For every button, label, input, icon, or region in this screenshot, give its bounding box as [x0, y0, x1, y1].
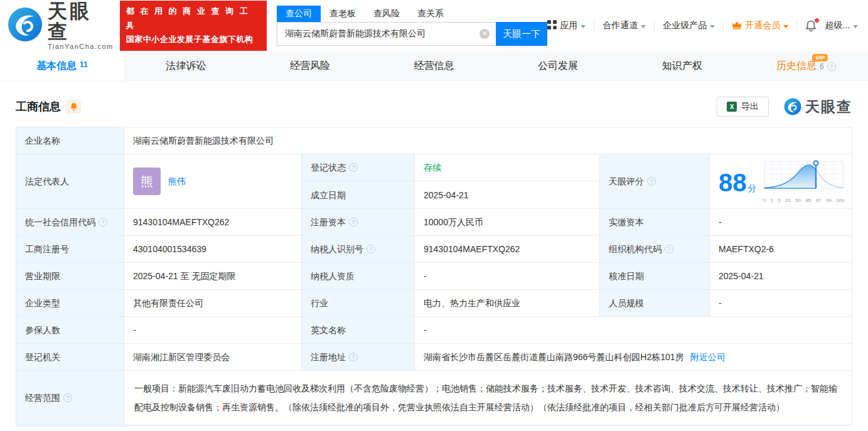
company-name-value: 湖南云储斯蔚普新能源技术有限公司 [124, 127, 852, 154]
org-code-label-text: 组织机构代码 [609, 243, 662, 255]
org-code-label: 组织机构代码 [600, 236, 710, 263]
chevron-down-icon [581, 25, 586, 28]
help-icon[interactable] [63, 393, 72, 402]
nav-apps[interactable]: 应用 [547, 20, 586, 31]
help-icon[interactable] [665, 245, 673, 253]
tab-legal-proceedings[interactable]: 法律诉讼 [124, 51, 249, 81]
search-tab-company[interactable]: 查公司 [277, 6, 321, 22]
subscribe-bell-chip[interactable] [66, 99, 81, 114]
watermark-logo: 天眼查 [784, 97, 852, 117]
tab-business-label: 经营信息 [414, 60, 454, 73]
nearby-companies-link[interactable]: 附近公司 [690, 351, 726, 363]
search-tab-relation[interactable]: 查关系 [409, 6, 453, 22]
nav-enterprise-products[interactable]: 企业级产品 [663, 20, 715, 31]
table-row: 参保人数 - 英文名称 - [16, 317, 852, 344]
taxpayer-id-label-text: 纳税人识别号 [311, 243, 363, 255]
reg-status-label-text: 登记状态 [311, 161, 346, 174]
search-input[interactable] [277, 22, 496, 46]
chevron-down-icon [641, 25, 646, 28]
notification-bell[interactable] [805, 20, 817, 32]
tab-basic-info-label: 基本信息 [36, 60, 77, 73]
nav-super-vip[interactable]: 超级... [825, 20, 858, 31]
nav-separator [594, 21, 594, 31]
table-row: 统一社会信用代码 91430104MAEFTXQ262 注册资本 10000万人… [16, 209, 852, 236]
reg-number-label: 工商注册号 [16, 236, 124, 263]
nav-membership-label: 开通会员 [745, 20, 780, 31]
tab-history-info[interactable]: VIP 历史信息 6 [744, 51, 868, 81]
tab-ip-label: 知识产权 [662, 60, 702, 73]
help-icon[interactable] [99, 218, 107, 226]
table-row: 法定代表人 熊 熊伟 登记状态 存续 成立日期 2025-04-21 天眼评分 … [16, 154, 852, 209]
chevron-down-icon [710, 25, 715, 28]
export-label: 导出 [741, 101, 759, 112]
nav-separator [723, 21, 724, 31]
business-registration-table: 企业名称 湖南云储斯蔚普新能源技术有限公司 法定代表人 熊 熊伟 登记状态 存续… [16, 127, 852, 426]
help-icon[interactable] [367, 245, 375, 253]
tab-company-development[interactable]: 公司发展 [496, 51, 620, 81]
top-nav: 应用 合作通道 企业级产品 开通会员 超级... [547, 20, 858, 32]
export-button[interactable]: X 导出 [717, 97, 769, 117]
top-header: 天眼查 TianYanCha.com 都 在 用 的 商 业 查 询 工 具 国… [0, 0, 868, 51]
staff-size-value: - [710, 290, 852, 317]
tab-business-info[interactable]: 经营信息 [372, 51, 496, 81]
reg-status-value: 存续 [415, 154, 599, 181]
business-scope-label-text: 经营范围 [25, 391, 60, 404]
english-name-label: 英文名称 [302, 317, 415, 344]
score-number: 88 [719, 169, 747, 196]
axis-tick: 100 [836, 194, 844, 207]
score-cell: 88分 [710, 154, 852, 209]
help-icon[interactable] [349, 353, 358, 361]
industry-label: 行业 [302, 290, 415, 317]
nav-partner-channel[interactable]: 合作通道 [603, 20, 646, 31]
nav-separator [654, 21, 655, 31]
tab-legal-label: 法律诉讼 [166, 60, 206, 73]
tianyancha-logo-icon [8, 7, 43, 45]
reg-authority-label: 登记机关 [16, 344, 124, 371]
slogan-line2: 国家中小企业发展子基金旗下机构 [126, 33, 260, 47]
search-tab-risk[interactable]: 查风险 [365, 6, 409, 22]
reg-address-label-text: 注册地址 [311, 351, 346, 363]
tianyancha-logo[interactable]: 天眼查 TianYanCha.com [8, 1, 114, 50]
axis-tick: 1 [770, 194, 773, 207]
credit-code-value: 91430104MAEFTXQ262 [124, 209, 302, 236]
watermark-logo-text: 天眼查 [805, 97, 852, 117]
help-icon[interactable] [647, 177, 656, 186]
nav-partner-label: 合作通道 [603, 20, 638, 31]
vip-badge: VIP [812, 54, 828, 61]
search-button[interactable]: 天眼一下 [496, 22, 547, 46]
company-section-tabs: 基本信息 11 法律诉讼 经营风险 经营信息 公司发展 知识产权 VIP 历史信… [0, 51, 868, 82]
help-icon[interactable] [827, 62, 836, 71]
search-tab-boss[interactable]: 查老板 [321, 6, 365, 22]
nav-super-vip-label: 超级... [825, 20, 850, 31]
tab-operational-risk[interactable]: 经营风险 [248, 51, 372, 81]
tab-basic-info-count: 11 [80, 60, 88, 69]
tab-intellectual-property[interactable]: 知识产权 [620, 51, 744, 81]
help-icon[interactable] [349, 163, 358, 172]
table-row: 企业名称 湖南云储斯蔚普新能源技术有限公司 [16, 127, 852, 154]
approval-date-label: 核准日期 [600, 263, 710, 290]
avatar[interactable]: 熊 [133, 168, 161, 195]
insured-count-value: - [124, 317, 302, 344]
nav-open-membership[interactable]: 开通会员 [732, 20, 788, 31]
notification-dot [815, 18, 819, 23]
table-row: 企业类型 其他有限责任公司 行业 电力、热力生产和供应业 人员规模 - [16, 290, 852, 317]
tab-history-count: 6 [820, 62, 824, 71]
axis-tick: 97 [816, 194, 822, 207]
business-scope-label: 经营范围 [16, 371, 124, 425]
credit-code-label: 统一社会信用代码 [16, 209, 124, 236]
score-unit: 分 [748, 183, 757, 193]
legal-rep-link[interactable]: 熊伟 [168, 175, 186, 188]
excel-icon: X [727, 102, 737, 112]
business-registration-header: 工商信息 X 导出 天眼查 [16, 97, 852, 117]
tab-basic-info[interactable]: 基本信息 11 [0, 51, 124, 81]
reg-capital-label-text: 注册资本 [311, 216, 346, 228]
score-value: 88分 [719, 170, 757, 195]
reg-address-label: 注册地址 [302, 344, 415, 371]
score-label-text: 天眼评分 [609, 175, 644, 188]
paid-capital-value: - [710, 209, 852, 236]
help-icon[interactable] [349, 218, 358, 226]
axis-tick: 3 [778, 194, 780, 207]
reg-address-cell: 湖南省长沙市岳麓区岳麓街道麓山南路966号麓山科创园H2栋101房 附近公司 [415, 344, 852, 371]
business-term-label: 营业期限 [16, 263, 124, 290]
insured-count-label: 参保人数 [16, 317, 124, 344]
